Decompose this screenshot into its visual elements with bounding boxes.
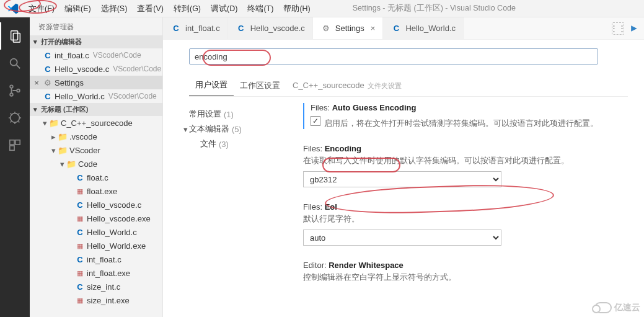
auto-guess-checkbox[interactable]: ✓ 启用后，将在文件打开时尝试猜测字符集编码。可以按语言对此项进行配置。 (311, 116, 613, 129)
svg-point-6 (17, 89, 20, 92)
tree-item-label: size_int.exe (87, 296, 130, 305)
split-editor-icon[interactable]: ⋮⋮ (612, 22, 624, 35)
vscode-logo-icon (6, 2, 20, 16)
source-control-icon[interactable] (0, 77, 30, 104)
svg-rect-10 (10, 146, 14, 150)
menu-item[interactable]: 终端(T) (242, 0, 278, 17)
tree-item[interactable]: ▾ 📁 Code (30, 157, 162, 171)
tree-item[interactable]: C size_int.c (30, 280, 162, 293)
tree-item-label: .vscode (69, 132, 97, 141)
file-name: Hello_vscode.c (55, 65, 109, 74)
tree-item[interactable]: ▾ 📁 C_C++_sourcecode (30, 116, 162, 130)
tree-item[interactable]: C float.c (30, 171, 162, 184)
menu-item[interactable]: 转到(G) (169, 0, 206, 17)
c-file-icon: C (74, 255, 86, 264)
svg-point-2 (11, 59, 17, 66)
tree-item-label: Code (78, 159, 97, 169)
open-editors-header[interactable]: ▾打开的编辑器 (30, 35, 162, 48)
menu-item[interactable]: 帮助(H) (278, 0, 315, 17)
open-editor-item[interactable]: × ⚙ Settings (30, 76, 162, 89)
editor-tab[interactable]: ⚙ Settings × (313, 17, 384, 39)
tree-item[interactable]: ▦ Hello_World.exe (30, 239, 162, 252)
settings-search-input[interactable] (195, 52, 593, 61)
tree-item-label: size_int.c (87, 282, 120, 292)
close-icon[interactable]: × (371, 24, 376, 33)
editor-tab[interactable]: C Hello_World.c (383, 17, 464, 39)
file-name: Hello_World.c (55, 92, 105, 101)
checkmark-icon[interactable]: ✓ (311, 116, 320, 126)
tab-label: Hello_World.c (405, 24, 456, 33)
close-icon[interactable]: × (32, 78, 41, 87)
settings-list[interactable]: Files: Auto Guess Encoding ✓ 启用后，将在文件打开时… (291, 103, 628, 317)
svg-point-5 (10, 93, 13, 96)
tree-item[interactable]: ▾ 📁 VScoder (30, 143, 162, 157)
menu-item[interactable]: 选择(S) (96, 0, 133, 17)
open-editor-item[interactable]: C Hello_World.c VScoder\Code (30, 89, 162, 103)
scope-workspace[interactable]: 工作区设置 (234, 76, 286, 96)
menu-item[interactable]: 查看(V) (132, 0, 169, 17)
eol-select[interactable]: auto (303, 230, 501, 246)
tree-item[interactable]: ▦ float.exe (30, 184, 162, 198)
scope-user[interactable]: 用户设置 (189, 76, 234, 96)
toc-files[interactable]: 文件(3) (189, 136, 291, 151)
setting-render-whitespace: Editor: Render Whitespace 控制编辑器在空白字符上显示符… (303, 261, 613, 283)
settings-search[interactable] (189, 48, 598, 65)
exe-file-icon: ▦ (74, 215, 86, 223)
tree-item[interactable]: ▦ int_float.exe (30, 266, 162, 280)
editor-tab[interactable]: C Hello_vscode.c (228, 17, 313, 39)
c-file-icon: C (42, 92, 53, 101)
tree-item[interactable]: C Hello_vscode.c (30, 198, 162, 212)
tree-item-label: Hello_vscode.c (87, 200, 141, 210)
tree-item[interactable]: C Hello_World.c (30, 225, 162, 239)
tree-item-label: int_float.c (87, 255, 121, 264)
exe-file-icon: ▦ (74, 297, 86, 305)
open-editor-item[interactable]: C Hello_vscode.c VScoder\Code (30, 62, 162, 76)
activity-bar (0, 17, 30, 317)
tree-item-label: Hello_World.c (87, 228, 137, 237)
tree-item-label: Hello_vscode.exe (87, 214, 151, 223)
workspace-header[interactable]: ▾无标题 (工作区) (30, 103, 162, 116)
tree-item-label: int_float.exe (87, 269, 130, 278)
toc-text-editor[interactable]: ▾文本编辑器(5) (189, 122, 291, 136)
c-file-icon: C (236, 24, 247, 33)
tree-item-label: float.exe (87, 187, 117, 196)
settings-scope-tabs: 用户设置 工作区设置 C_C++_sourcecode 文件夹设置 (189, 76, 628, 97)
exe-file-icon: ▦ (74, 187, 86, 195)
c-file-icon: C (74, 282, 86, 292)
tree-item[interactable]: ▦ Hello_vscode.exe (30, 212, 162, 225)
encoding-select[interactable]: gb2312 (303, 171, 501, 187)
c-file-icon: C (170, 24, 182, 33)
file-name: Settings (55, 78, 84, 87)
twisty-icon[interactable]: ▾ (41, 118, 48, 128)
file-path-hint: VScoder\Code (93, 51, 141, 60)
more-actions-icon[interactable] (628, 22, 640, 35)
tab-bar: C int_float.c C Hello_vscode.c ⚙ Setting… (163, 17, 644, 40)
window-title: Settings - 无标题 (工作区) - Visual Studio Cod… (353, 3, 516, 14)
file-path-hint: VScoder\Code (108, 92, 157, 100)
svg-rect-9 (15, 140, 20, 145)
watermark: 亿速云 (594, 302, 640, 313)
tree-item[interactable]: C int_float.c (30, 252, 162, 266)
editor-tab[interactable]: C int_float.c (163, 17, 228, 39)
file-path-hint: VScoder\Code (113, 65, 161, 73)
explorer-sidebar: 资源管理器 ▾打开的编辑器 C int_float.c VScoder\Code… (30, 17, 163, 317)
tab-label: Settings (335, 24, 364, 33)
menu-item[interactable]: 编辑(E) (60, 0, 96, 17)
search-icon[interactable] (0, 50, 30, 77)
settings-editor: 用户设置 工作区设置 C_C++_sourcecode 文件夹设置 常用设置(1… (163, 40, 644, 317)
scope-folder[interactable]: C_C++_sourcecode 文件夹设置 (286, 77, 408, 96)
sidebar-title: 资源管理器 (30, 17, 162, 35)
menu-item[interactable]: 调试(D) (206, 0, 242, 17)
tree-item[interactable]: ▸ 📁 .vscode (30, 130, 162, 143)
open-editor-item[interactable]: C int_float.c VScoder\Code (30, 48, 162, 62)
extensions-icon[interactable] (0, 132, 30, 159)
debug-icon[interactable] (0, 104, 30, 132)
explorer-icon[interactable] (0, 22, 30, 50)
editor-area: C int_float.c C Hello_vscode.c ⚙ Setting… (163, 17, 644, 317)
menu-item[interactable]: 文件(F) (24, 0, 60, 17)
toc-common[interactable]: 常用设置(1) (189, 107, 291, 122)
twisty-icon[interactable]: ▸ (50, 132, 57, 141)
twisty-icon[interactable]: ▾ (50, 146, 57, 155)
twisty-icon[interactable]: ▾ (58, 159, 66, 169)
tree-item[interactable]: ▦ size_int.exe (30, 293, 162, 307)
